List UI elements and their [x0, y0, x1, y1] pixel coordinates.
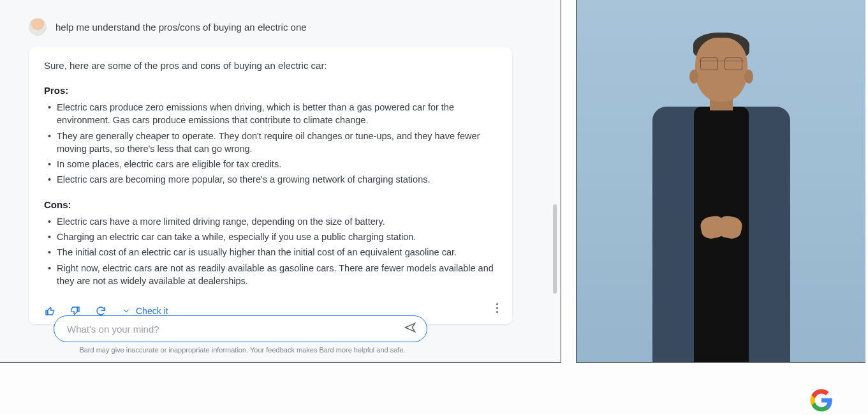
user-avatar: [29, 18, 47, 36]
list-item: In some places, electric cars are eligib…: [48, 158, 497, 170]
google-logo-icon: [809, 388, 834, 412]
list-item: They are generally cheaper to operate. T…: [48, 130, 497, 156]
presenter-video-panel: [576, 0, 865, 363]
scrollbar-thumb[interactable]: [553, 204, 557, 294]
user-prompt-text: help me understand the pros/cons of buyi…: [55, 22, 307, 33]
list-item: Electric cars have a more limited drivin…: [48, 215, 497, 228]
presenter-figure: [642, 24, 801, 362]
bard-ui-panel: help me understand the pros/cons of buyi…: [0, 0, 561, 363]
response-intro: Sure, here are some of the pros and cons…: [44, 60, 497, 71]
send-icon[interactable]: [404, 321, 416, 336]
cons-list: Electric cars have a more limited drivin…: [44, 215, 497, 287]
pros-list: Electric cars produce zero emissions whe…: [44, 101, 497, 186]
cons-heading: Cons:: [44, 199, 497, 210]
disclaimer-text: Bard may give inaccurate or inappropriat…: [0, 346, 485, 354]
thumbs-up-icon: [44, 305, 55, 317]
prompt-placeholder: What's on your mind?: [67, 324, 404, 335]
check-it-label: Check it: [136, 306, 168, 316]
presentation-frame: help me understand the pros/cons of buyi…: [0, 0, 868, 415]
response-actions: Check it: [44, 300, 497, 317]
list-item: Charging an electric car can take a whil…: [48, 230, 497, 243]
list-item: Electric cars produce zero emissions whe…: [48, 101, 497, 127]
chat-column: help me understand the pros/cons of buyi…: [29, 11, 531, 324]
more-options-button[interactable]: [494, 301, 501, 315]
prompt-input[interactable]: What's on your mind?: [54, 315, 427, 342]
list-item: Right now, electric cars are not as read…: [48, 262, 497, 288]
user-message-row: help me understand the pros/cons of buyi…: [29, 11, 531, 47]
list-item: The initial cost of an electric car is u…: [48, 246, 497, 259]
thumbs-up-button[interactable]: [44, 305, 55, 317]
bard-response-card: Sure, here are some of the pros and cons…: [29, 47, 512, 324]
pros-heading: Pros:: [44, 85, 497, 96]
list-item: Electric cars are becoming more popular,…: [48, 173, 497, 186]
